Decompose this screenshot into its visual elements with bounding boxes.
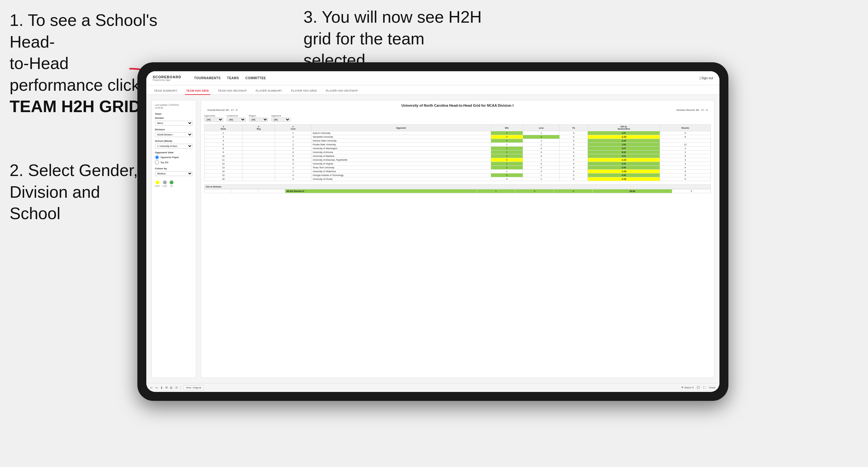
opponents-select[interactable]: (All) xyxy=(204,118,223,122)
app-navbar: SCOREBOARD Powered by clippi TOURNAMENTS… xyxy=(146,71,719,85)
ood-rounds: 3 xyxy=(672,189,711,193)
grid-records: Overall Record: 89 - 17 - 0 Division Rec… xyxy=(204,108,711,112)
fullscreen-icon[interactable]: ⛶ xyxy=(703,386,706,389)
cell-rank: 6 xyxy=(205,143,243,147)
colour-dot-down xyxy=(156,181,159,184)
sub-nav-team-h2h-heatmap[interactable]: TEAM H2H HEATMAP xyxy=(217,87,248,95)
cell-win: 1 xyxy=(491,162,523,166)
cell-rank: 11 xyxy=(205,158,243,162)
cell-rank: 8 xyxy=(205,147,243,151)
cell-rounds: 8 xyxy=(660,135,711,139)
toolbar-right: 👁 Watch ▾ 💬 ⛶ Share xyxy=(681,386,716,389)
watch-btn[interactable]: 👁 Watch ▾ xyxy=(681,386,693,389)
share-btn[interactable]: Share xyxy=(709,386,716,389)
grid-icon[interactable]: ⊞ xyxy=(170,386,173,390)
nav-committee[interactable]: COMMITTEE xyxy=(245,75,266,81)
cell-tie: 0 xyxy=(560,147,588,151)
cell-conf: 5 xyxy=(275,154,311,158)
cell-rank: 13 xyxy=(205,166,243,169)
cell-opponent: University of Arkansas, Fayetteville xyxy=(311,158,491,162)
undo-icon[interactable]: ↩ xyxy=(150,386,153,390)
tablet-screen: SCOREBOARD Powered by clippi TOURNAMENTS… xyxy=(146,71,719,392)
cell-tie: 0 xyxy=(560,169,588,174)
cell-conf: 2 xyxy=(275,143,311,147)
cell-rounds: 9 xyxy=(660,177,711,181)
grid-title: University of North Carolina Head-to-Hea… xyxy=(204,103,711,107)
gender-select[interactable]: Men's xyxy=(155,121,193,126)
cell-win: 0 xyxy=(491,135,523,139)
nav-tournaments[interactable]: TOURNAMENTS xyxy=(194,75,220,81)
main-content: Last Updated: 27/03/2024 16:55:38 Team G… xyxy=(146,95,719,383)
table-row: 12 3 University of Virginia 1 0 0 2.33 3 xyxy=(205,162,711,166)
ood-diff: 26.00 xyxy=(593,189,672,193)
cell-reg xyxy=(243,131,275,135)
radio-opponents-played[interactable]: Opponents Played xyxy=(155,155,193,159)
gender-label: Gender xyxy=(155,117,193,120)
cell-opponent: University of Arizona xyxy=(311,151,491,154)
cell-opponent: Florida State University xyxy=(311,143,491,147)
radio-top100[interactable]: Top 100 xyxy=(155,160,193,164)
clock-icon[interactable]: ⏱ xyxy=(175,386,178,390)
cell-reg xyxy=(243,154,275,158)
save-icon[interactable]: ⬇ xyxy=(160,386,163,390)
nav-teams[interactable]: TEAMS xyxy=(227,75,239,81)
cell-win: 1 xyxy=(491,151,523,154)
colour-dot-up xyxy=(169,181,174,184)
sub-nav-player-summary[interactable]: PLAYER SUMMARY xyxy=(254,87,283,95)
school-select[interactable]: 1. University of Nort... xyxy=(155,144,193,149)
cell-conf: 6 xyxy=(275,158,311,162)
view-original-btn[interactable]: View: Original xyxy=(183,385,204,390)
sub-nav-team-summary[interactable]: TEAM SUMMARY xyxy=(153,87,179,95)
region-select[interactable]: (All) xyxy=(249,118,268,122)
sub-nav-player-h2h-grid[interactable]: PLAYER H2H GRID xyxy=(290,87,318,95)
cell-rounds: 2 xyxy=(660,151,711,154)
cell-opponent: University of Washington xyxy=(311,147,491,151)
cell-opponent: Georgia Institute of Technology xyxy=(311,174,491,177)
col-diff: Diff AvStrokes/Rnd xyxy=(588,125,660,131)
cell-rounds: 3 xyxy=(660,158,711,162)
table-row: 8 2 University of Washington 1 0 0 3.67 … xyxy=(205,147,711,151)
annotation-topright: 3. You will now see H2H grid for the tea… xyxy=(304,6,489,71)
panel-timestamp: Last Updated: 27/03/2024 16:55:38 xyxy=(155,103,193,109)
opponent-filter: Opponent (All) xyxy=(271,115,290,122)
cell-rank: 4 xyxy=(205,139,243,143)
cell-opponent: University of Alabama xyxy=(311,154,491,158)
cell-rank: 12 xyxy=(205,162,243,166)
division-select[interactable]: NCAA Division I xyxy=(155,132,193,137)
cell-diff: -2.29 xyxy=(588,135,660,139)
comment-icon[interactable]: 💬 xyxy=(697,386,700,389)
cell-conf: 3 xyxy=(275,151,311,154)
cell-reg xyxy=(243,166,275,169)
ood-tie: 0 xyxy=(554,189,593,193)
copy-icon[interactable]: ⧉ xyxy=(165,386,167,390)
cell-reg xyxy=(243,151,275,154)
redo-icon[interactable]: ↪ xyxy=(155,386,158,390)
cell-conf: 1 xyxy=(275,131,311,135)
col-win: Win xyxy=(491,125,523,131)
cell-rank: 3 xyxy=(205,135,243,139)
conference-select[interactable]: (All) xyxy=(226,118,246,122)
cell-conf: 3 xyxy=(275,162,311,166)
sign-out[interactable]: | Sign out xyxy=(700,76,713,80)
cell-diff: -4.33 xyxy=(588,158,660,162)
cell-rounds: 9 xyxy=(660,166,711,169)
cell-diff: 1.67 xyxy=(588,131,660,135)
cell-rounds: 8 xyxy=(660,154,711,158)
cell-conf: 3 xyxy=(275,177,311,181)
col-reg: #Reg xyxy=(243,125,275,131)
table-row: 2 1 Auburn University 2 1 0 1.67 9 xyxy=(205,131,711,135)
cell-diff: 5.56 xyxy=(588,166,660,169)
sub-nav-player-h2h-heatmap[interactable]: PLAYER H2H HEATMAP xyxy=(324,87,360,95)
cell-diff: 2.29 xyxy=(588,139,660,143)
data-table: #Rank #Reg #Conf Opponent Win Loss Tie D… xyxy=(204,124,711,181)
cell-tie: 0 xyxy=(560,177,588,181)
cell-diff: 4.50 xyxy=(588,174,660,177)
cell-opponent: University of Oklahoma xyxy=(311,169,491,174)
ood-reg xyxy=(231,189,258,193)
opponent-select[interactable]: (All) xyxy=(271,118,290,122)
colour-select[interactable]: Win/loss xyxy=(155,171,193,176)
col-loss: Loss xyxy=(523,125,560,131)
cell-loss: 1 xyxy=(523,177,560,181)
sub-nav-team-h2h-grid[interactable]: TEAM H2H GRID xyxy=(185,87,210,95)
cell-loss: 0 xyxy=(523,162,560,166)
